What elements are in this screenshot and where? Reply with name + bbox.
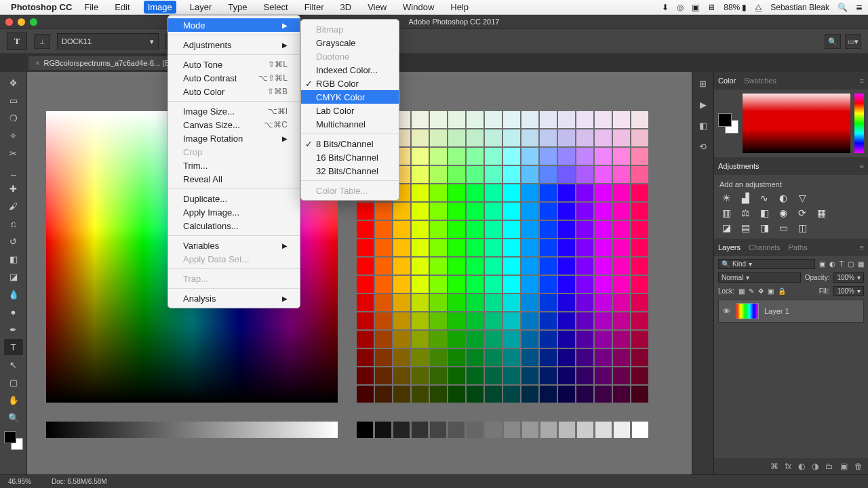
filter-smart-icon[interactable]: ▦: [858, 260, 864, 268]
balance-icon[interactable]: ⚖: [738, 207, 752, 218]
workspace-switcher[interactable]: ▭▾: [845, 34, 861, 49]
cc-icon[interactable]: ◎: [677, 3, 684, 12]
panel-icon-3[interactable]: ◧: [699, 121, 707, 131]
layer-mask-icon[interactable]: ◐: [798, 462, 805, 471]
tab-swatches[interactable]: Swatches: [744, 77, 776, 85]
magic-wand-tool[interactable]: ✧: [4, 127, 23, 144]
new-layer-icon[interactable]: ▣: [840, 462, 848, 471]
adjustment-layer-icon[interactable]: ◑: [812, 462, 818, 471]
gradient-tool[interactable]: ◪: [4, 268, 23, 285]
tab-paths[interactable]: Paths: [789, 243, 808, 251]
hue-strip[interactable]: [854, 94, 864, 153]
eraser-tool[interactable]: ◧: [4, 251, 23, 267]
panel-menu-icon[interactable]: ≡: [860, 162, 864, 170]
menu-window[interactable]: Window: [400, 1, 437, 14]
menu-item-image-rotation[interactable]: Image Rotation▶: [168, 131, 300, 145]
options-tool-indicator[interactable]: T: [7, 33, 27, 50]
marquee-tool[interactable]: ▭: [4, 92, 23, 108]
eyedropper-tool[interactable]: ⎯: [4, 163, 23, 179]
vibrance-icon[interactable]: ▽: [795, 192, 809, 203]
opacity-field[interactable]: 100% ▾: [833, 272, 864, 283]
zoom-level[interactable]: 46.95%: [8, 478, 31, 485]
pen-tool[interactable]: ✒: [4, 321, 23, 338]
layer-name[interactable]: Layer 1: [764, 307, 789, 315]
filter-adjust-icon[interactable]: ◐: [829, 260, 835, 268]
menu-item-rgb-color[interactable]: ✓RGB Color: [301, 77, 399, 90]
gradient-map-icon[interactable]: ▭: [776, 222, 790, 233]
menu-filter[interactable]: Filter: [302, 1, 327, 14]
menu-item-cmyk-color[interactable]: CMYK Color: [301, 90, 399, 104]
menu-item-image-size[interactable]: Image Size...⌥⌘I: [168, 104, 300, 118]
battery-status[interactable]: 88% ▮: [724, 3, 747, 12]
menu-item-duplicate[interactable]: Duplicate...: [168, 192, 300, 205]
invert-icon[interactable]: ◪: [719, 222, 733, 233]
menu-item-auto-color[interactable]: Auto Color⇧⌘B: [168, 85, 300, 98]
user-name[interactable]: Sebastian Bleak: [770, 3, 829, 12]
brightness-icon[interactable]: ☀: [719, 192, 733, 203]
layer-thumbnail[interactable]: [736, 303, 759, 319]
crop-tool[interactable]: ✂: [4, 145, 23, 161]
path-selection-tool[interactable]: ↖: [4, 357, 23, 373]
link-layers-icon[interactable]: ⌘: [770, 462, 778, 471]
panel-menu-icon[interactable]: ≡: [860, 243, 864, 251]
layer-visibility-icon[interactable]: 👁: [723, 307, 730, 315]
menu-help[interactable]: Help: [448, 1, 471, 14]
history-brush-tool[interactable]: ↺: [4, 233, 23, 249]
doc-size[interactable]: Doc: 6.58M/6.58M: [52, 478, 107, 485]
menu-type[interactable]: Type: [225, 1, 250, 14]
color-ramp[interactable]: [743, 94, 850, 153]
healing-brush-tool[interactable]: ✚: [4, 180, 23, 197]
layer-group-icon[interactable]: 🗀: [825, 462, 833, 471]
menu-item-8-bits-channel[interactable]: ✓8 Bits/Channel: [301, 137, 399, 150]
menu-extras-icon[interactable]: ≣: [856, 3, 863, 12]
menu-3d[interactable]: 3D: [338, 1, 355, 14]
search-button[interactable]: 🔍: [825, 34, 841, 49]
type-tool[interactable]: T: [4, 339, 23, 355]
tab-layers[interactable]: Layers: [718, 243, 741, 251]
hue-icon[interactable]: ▥: [719, 207, 733, 218]
photo-filter-icon[interactable]: ◉: [776, 207, 790, 218]
lock-artboard-icon[interactable]: ▣: [768, 287, 774, 295]
menu-item-16-bits-channel[interactable]: 16 Bits/Channel: [301, 150, 399, 164]
threshold-icon[interactable]: ◨: [757, 222, 771, 233]
menu-item-apply-image[interactable]: Apply Image...: [168, 205, 300, 219]
display-icon[interactable]: ▣: [692, 3, 699, 12]
menu-item-adjustments[interactable]: Adjustments▶: [168, 38, 300, 52]
maximize-window-button[interactable]: [30, 18, 37, 26]
lock-all-icon[interactable]: 🔒: [778, 287, 786, 295]
close-tab-icon[interactable]: ×: [35, 59, 39, 67]
menu-item-mode[interactable]: Mode▶: [168, 18, 300, 32]
menu-item-canvas-size[interactable]: Canvas Size...⌥⌘C: [168, 118, 300, 131]
menu-item-32-bits-channel[interactable]: 32 Bits/Channel: [301, 164, 399, 178]
foreground-background-colors[interactable]: [4, 431, 23, 450]
rectangle-tool[interactable]: ▢: [4, 374, 23, 390]
brush-tool[interactable]: 🖌: [4, 198, 23, 214]
menu-item-multichannel[interactable]: Multichannel: [301, 117, 399, 131]
app-name[interactable]: Photoshop CC: [11, 2, 72, 12]
lock-paint-icon[interactable]: ✎: [749, 287, 754, 295]
clone-stamp-tool[interactable]: ⎌: [4, 216, 23, 232]
delete-layer-icon[interactable]: 🗑: [854, 462, 863, 471]
document-tab[interactable]: × RGBcolorspectrums_a7c6ad4e-6... (8) *: [28, 56, 183, 70]
bw-icon[interactable]: ◧: [757, 207, 771, 218]
layer-filter-kind[interactable]: 🔍 Kind ▾: [718, 259, 815, 269]
menu-select[interactable]: Select: [260, 1, 290, 14]
zoom-tool[interactable]: 🔍: [4, 409, 23, 426]
blur-tool[interactable]: 💧: [4, 286, 23, 302]
screen-icon[interactable]: 🖥: [707, 3, 715, 12]
menu-item-grayscale[interactable]: Grayscale: [301, 36, 399, 49]
layer-item[interactable]: 👁 Layer 1: [718, 300, 864, 323]
dodge-tool[interactable]: ●: [4, 304, 23, 320]
menu-item-variables[interactable]: Variables▶: [168, 239, 300, 252]
menu-item-auto-tone[interactable]: Auto Tone⇧⌘L: [168, 58, 300, 71]
menu-item-analysis[interactable]: Analysis▶: [168, 291, 300, 305]
panel-icon-2[interactable]: ▶: [700, 100, 707, 110]
lock-position-icon[interactable]: ✥: [758, 287, 764, 295]
channel-mixer-icon[interactable]: ⟳: [795, 207, 809, 218]
panel-icon-4[interactable]: ⟲: [699, 142, 707, 152]
panel-icon-1[interactable]: ⊞: [699, 79, 707, 89]
tab-channels[interactable]: Channels: [749, 243, 780, 251]
menu-edit[interactable]: Edit: [112, 1, 132, 14]
exposure-icon[interactable]: ◐: [776, 192, 790, 203]
font-family-field[interactable]: DOCK11 ▾: [57, 33, 159, 49]
